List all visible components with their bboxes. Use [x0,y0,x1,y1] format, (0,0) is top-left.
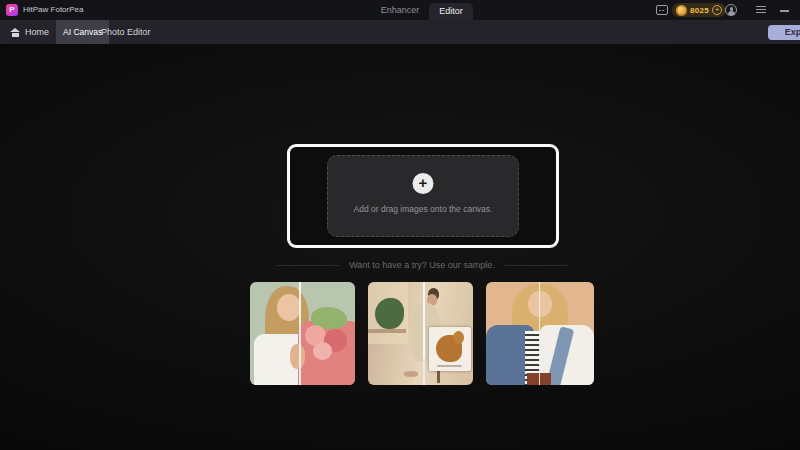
dog-caption-mark [437,365,462,367]
menu-icon[interactable] [756,6,766,7]
add-image-plus-icon[interactable]: + [413,173,434,194]
tab-enhancer[interactable]: Enhancer [374,0,426,20]
title-bar: P HitPaw FotorPea Enhancer Editor 8025 + [0,0,800,20]
app-title: HitPaw FotorPea [23,0,83,20]
dog-head-shape [453,331,464,344]
profile-body-shape [728,11,735,15]
before-after-split-line [539,282,541,385]
canvas-selection-frame: + Add or drag images onto the canvas. [287,144,559,248]
flower-shape [313,342,332,361]
feet-shape [404,371,419,377]
profile-icon[interactable] [725,4,737,16]
coin-icon [676,5,687,16]
credits-badge[interactable]: 8025 + [672,3,726,17]
nav-item-home[interactable]: Home [10,20,49,44]
sample-image-flower-bouquet[interactable] [250,282,355,385]
plant-shape [375,298,403,329]
sample-prompt-row: Want to have a try? Use our sample. [242,258,602,272]
divider-line [277,265,339,266]
app-logo-icon: P [6,4,18,16]
before-after-split-line [423,282,425,385]
message-dot [659,10,661,12]
add-credits-button[interactable]: + [712,5,722,15]
sample-prompt-text: Want to have a try? Use our sample. [349,260,495,270]
home-icon [10,28,20,37]
dropzone-hint-text: Add or drag images onto the canvas. [328,204,518,214]
sample-image-add-dog[interactable] [368,282,473,385]
message-icon[interactable] [656,5,668,15]
image-dropzone[interactable]: + Add or drag images onto the canvas. [327,155,519,237]
profile-head-shape [730,7,734,11]
editor-canvas[interactable]: + Add or drag images onto the canvas. Wa… [0,44,800,450]
minimize-icon[interactable] [780,10,789,12]
divider-line [505,265,567,266]
sample-image-outfit-swap[interactable] [486,282,594,385]
nav-item-photo-editor[interactable]: Photo Editor [97,20,155,44]
dog-inset-photo [429,327,471,370]
window-ledge-shape [368,329,406,333]
message-dot [662,10,664,12]
before-after-split-line [299,282,301,385]
export-button[interactable]: Export [768,25,800,40]
home-label: Home [25,27,49,37]
tab-editor[interactable]: Editor [429,3,473,20]
hand-shape [290,344,305,369]
credits-amount: 8025 [690,6,709,15]
nav-bar: Home AI Canvas Photo Editor [0,20,800,44]
